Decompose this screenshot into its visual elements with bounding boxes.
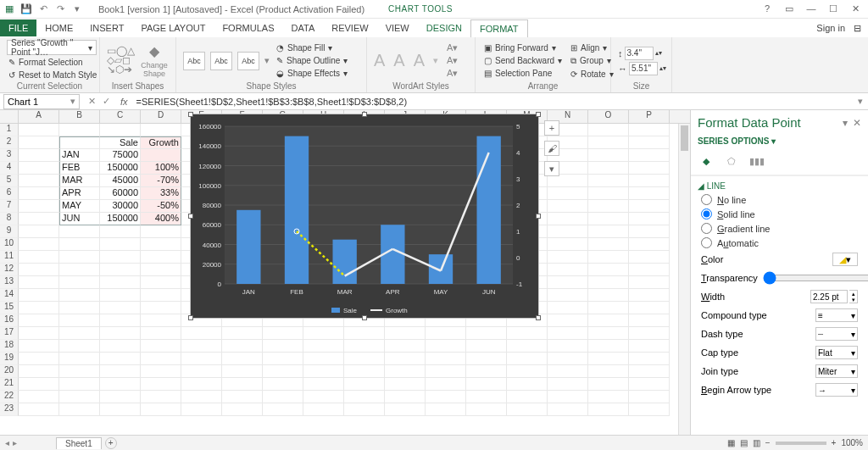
cell[interactable] bbox=[181, 403, 222, 416]
cell[interactable] bbox=[263, 391, 303, 403]
cell[interactable] bbox=[588, 327, 629, 340]
cell[interactable] bbox=[344, 340, 385, 353]
cell[interactable] bbox=[426, 378, 466, 391]
cell[interactable]: 30000 bbox=[100, 200, 141, 213]
width-input[interactable] bbox=[810, 290, 848, 303]
cell[interactable] bbox=[629, 378, 670, 391]
cell[interactable] bbox=[548, 238, 588, 251]
cell[interactable] bbox=[100, 378, 141, 391]
cell[interactable] bbox=[507, 365, 548, 378]
cell[interactable] bbox=[100, 302, 141, 314]
solid-line-radio[interactable]: Solid line bbox=[698, 207, 861, 221]
cell[interactable] bbox=[303, 403, 344, 416]
worksheet[interactable]: ABCDEFGHIJKLMNOP12SaleGrowth3JAN750004FE… bbox=[0, 110, 690, 435]
cell[interactable] bbox=[588, 187, 629, 200]
cell[interactable] bbox=[629, 327, 670, 340]
cell[interactable] bbox=[548, 340, 588, 353]
cell[interactable] bbox=[588, 225, 629, 238]
height-input[interactable]: 3.4" bbox=[625, 47, 654, 60]
tab-view[interactable]: VIEW bbox=[377, 19, 418, 36]
cell[interactable] bbox=[629, 136, 670, 149]
cell[interactable] bbox=[426, 327, 466, 340]
signin-link[interactable]: Sign in bbox=[816, 23, 845, 33]
sheet-nav-first-icon[interactable]: ◂ bbox=[5, 438, 9, 447]
cell[interactable] bbox=[629, 264, 670, 276]
cell[interactable] bbox=[59, 327, 100, 340]
cell[interactable] bbox=[507, 391, 548, 403]
tab-format[interactable]: FORMAT bbox=[470, 19, 528, 37]
cell[interactable] bbox=[385, 327, 426, 340]
cell[interactable] bbox=[263, 378, 303, 391]
cell[interactable] bbox=[100, 238, 141, 251]
cell[interactable] bbox=[141, 238, 181, 251]
cell[interactable] bbox=[19, 238, 59, 251]
cell[interactable] bbox=[548, 276, 588, 289]
cell[interactable] bbox=[426, 365, 466, 378]
cell[interactable] bbox=[629, 340, 670, 353]
transparency-slider[interactable] bbox=[763, 271, 868, 285]
cell[interactable] bbox=[629, 302, 670, 314]
cell[interactable]: 150000 bbox=[100, 162, 141, 175]
cell[interactable] bbox=[548, 403, 588, 416]
cell[interactable] bbox=[141, 251, 181, 264]
cell[interactable] bbox=[222, 378, 263, 391]
cell[interactable] bbox=[588, 124, 629, 136]
tab-design[interactable]: DESIGN bbox=[418, 19, 470, 36]
cell[interactable] bbox=[629, 391, 670, 403]
tab-data[interactable]: DATA bbox=[283, 19, 324, 36]
cell[interactable] bbox=[629, 175, 670, 187]
wordart-style-3[interactable]: A bbox=[414, 51, 425, 70]
tab-page-layout[interactable]: PAGE LAYOUT bbox=[132, 19, 214, 36]
cell[interactable] bbox=[141, 149, 181, 162]
cell[interactable] bbox=[588, 289, 629, 302]
redo-icon[interactable]: ↷ bbox=[54, 3, 66, 15]
shape-outline-button[interactable]: ✎ Shape Outline ▾ bbox=[275, 55, 349, 66]
cell[interactable] bbox=[100, 327, 141, 340]
cell[interactable] bbox=[507, 327, 548, 340]
cell[interactable] bbox=[629, 403, 670, 416]
cell[interactable] bbox=[588, 340, 629, 353]
cell[interactable] bbox=[141, 302, 181, 314]
maximize-icon[interactable]: ☐ bbox=[826, 3, 841, 14]
cell[interactable] bbox=[344, 378, 385, 391]
cell[interactable] bbox=[629, 124, 670, 136]
cell[interactable] bbox=[181, 327, 222, 340]
cell[interactable]: JAN bbox=[59, 149, 100, 162]
cell[interactable] bbox=[588, 162, 629, 175]
row-header[interactable]: 1 bbox=[0, 124, 19, 136]
row-header[interactable]: 10 bbox=[0, 238, 19, 251]
cell[interactable] bbox=[19, 149, 59, 162]
text-outline-icon[interactable]: A▾ bbox=[447, 55, 458, 66]
cell[interactable]: 33% bbox=[141, 187, 181, 200]
reset-to-match-style-button[interactable]: ↺ Reset to Match Style bbox=[7, 69, 98, 81]
cell[interactable] bbox=[19, 162, 59, 175]
rotate-button[interactable]: ⟳ Rotate ▾ bbox=[569, 69, 615, 80]
send-backward-button[interactable]: ▢ Send Backward ▾ bbox=[482, 55, 564, 66]
qat-dropdown-icon[interactable]: ▾ bbox=[71, 3, 83, 15]
cell[interactable] bbox=[548, 314, 588, 327]
cell[interactable] bbox=[100, 264, 141, 276]
series-options-tab-icon[interactable]: ▮▮▮ bbox=[748, 153, 765, 169]
cell[interactable] bbox=[466, 353, 507, 365]
cell[interactable] bbox=[385, 353, 426, 365]
cell[interactable] bbox=[588, 251, 629, 264]
cell[interactable] bbox=[59, 365, 100, 378]
cell[interactable] bbox=[59, 238, 100, 251]
cell[interactable] bbox=[548, 391, 588, 403]
col-header[interactable]: D bbox=[141, 110, 181, 123]
cell[interactable] bbox=[19, 314, 59, 327]
tab-file[interactable]: FILE bbox=[0, 19, 36, 36]
undo-icon[interactable]: ↶ bbox=[37, 3, 49, 15]
cell[interactable] bbox=[100, 314, 141, 327]
cell[interactable] bbox=[141, 353, 181, 365]
cell[interactable]: -50% bbox=[141, 200, 181, 213]
chart-styles-button[interactable]: 🖌 bbox=[544, 141, 559, 156]
wordart-style-2[interactable]: A bbox=[393, 51, 404, 70]
cell[interactable] bbox=[181, 340, 222, 353]
cell[interactable] bbox=[19, 391, 59, 403]
row-header[interactable]: 15 bbox=[0, 302, 19, 314]
cell[interactable] bbox=[19, 403, 59, 416]
cell[interactable] bbox=[59, 403, 100, 416]
row-header[interactable]: 19 bbox=[0, 353, 19, 365]
pane-dropdown-icon[interactable]: ▾ bbox=[843, 117, 848, 129]
